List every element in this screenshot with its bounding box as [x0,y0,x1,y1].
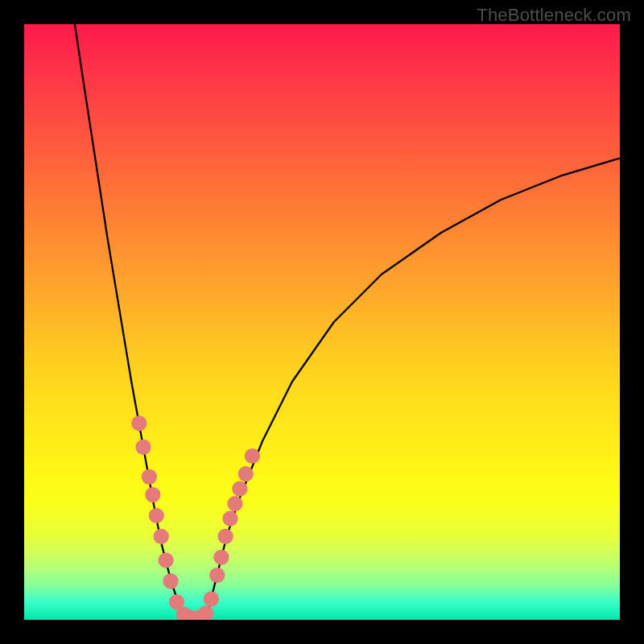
marker-dot [159,552,174,568]
marker-dot [145,487,160,502]
marker-dot [232,481,247,497]
marker-dot [135,440,151,455]
marker-dot [163,573,178,588]
plot-area [24,24,620,620]
marker-dot [222,511,237,526]
chart-frame: TheBottleneck.com [0,0,644,644]
bottleneck-curve [75,24,620,619]
marker-dot [154,529,169,544]
marker-dot [142,469,157,485]
marker-dot [238,466,254,481]
marker-dot [218,529,233,544]
marker-dot [209,568,225,583]
marker-dot [204,591,219,606]
marker-group [131,415,260,620]
watermark-text: TheBottleneck.com [477,5,631,26]
marker-dot [198,605,213,620]
marker-dot [149,508,164,523]
marker-dot [213,550,229,565]
marker-dot [245,448,260,464]
marker-dot [131,415,147,431]
marker-dot [227,496,242,511]
chart-svg [24,24,620,620]
